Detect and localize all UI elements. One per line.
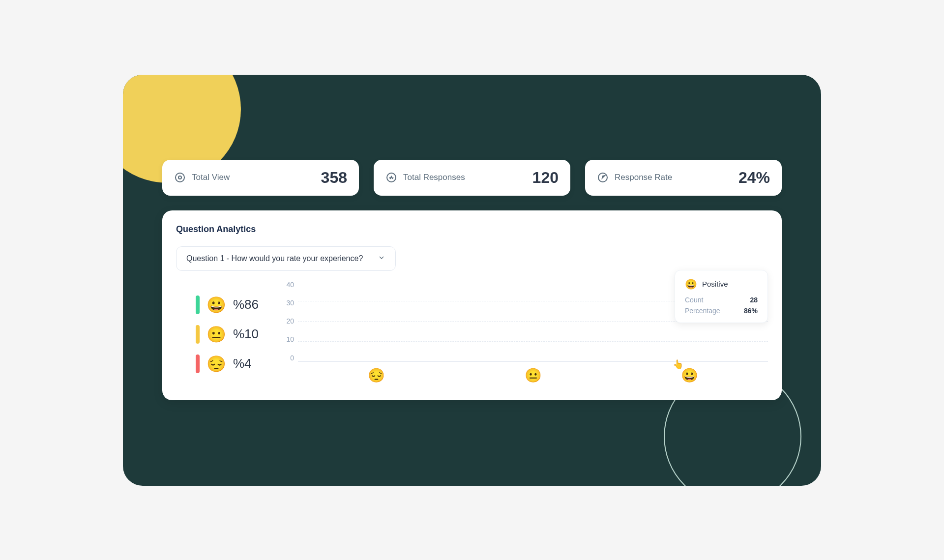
dashboard-canvas: Total View 358 Total Responses 120 [123, 75, 821, 486]
legend-item-neutral: 😐 %10 [196, 325, 259, 344]
stat-value: 120 [532, 169, 559, 187]
legend-pct: %86 [233, 297, 259, 312]
stat-left: Response Rate [597, 172, 672, 183]
chart-area: 😀 %86 😐 %10 😔 %4 [176, 281, 768, 386]
x-axis: 😔 😐 😀 [298, 364, 768, 386]
legend-pct: %4 [233, 356, 252, 371]
svg-point-1 [178, 176, 181, 179]
grinning-emoji-icon: 😀 [681, 367, 698, 383]
legend-swatch [196, 325, 200, 344]
stat-left: Total Responses [385, 172, 465, 183]
pulse-icon [385, 172, 397, 183]
y-axis: 40 30 20 10 0 [278, 281, 294, 362]
legend-swatch [196, 354, 200, 373]
stat-value: 358 [321, 169, 347, 187]
y-tick: 30 [278, 299, 294, 307]
grinning-emoji-icon: 😀 [685, 278, 697, 290]
stat-label: Total Responses [403, 173, 465, 182]
legend-swatch [196, 295, 200, 314]
question-dropdown[interactable]: Question 1 - How would you rate your exp… [176, 246, 396, 271]
tooltip-title: Positive [702, 280, 728, 288]
card-title: Question Analytics [176, 224, 768, 235]
legend-item-positive: 😀 %86 [196, 295, 259, 314]
stat-card-response-rate: Response Rate 24% [585, 160, 782, 196]
chart-tooltip: 😀 Positive Count 28 Percentage 86% [675, 270, 768, 323]
svg-point-0 [176, 173, 184, 182]
legend-pct: %10 [233, 326, 259, 342]
pensive-emoji-icon: 😔 [368, 367, 385, 383]
stat-card-total-responses: Total Responses 120 [374, 160, 570, 196]
stat-left: Total View [174, 172, 230, 183]
y-tick: 0 [278, 354, 294, 362]
analytics-card: Question Analytics Question 1 - How woul… [162, 210, 782, 400]
eye-icon [174, 172, 186, 183]
stat-cards-row: Total View 358 Total Responses 120 [162, 160, 782, 196]
neutral-emoji-icon: 😐 [206, 325, 226, 344]
tooltip-row-percentage: Percentage 86% [685, 307, 758, 315]
pensive-emoji-icon: 😔 [206, 354, 226, 373]
tooltip-label: Count [685, 296, 703, 304]
tooltip-row-count: Count 28 [685, 296, 758, 304]
neutral-emoji-icon: 😐 [525, 367, 542, 383]
stat-card-total-view: Total View 358 [162, 160, 359, 196]
content-area: Total View 358 Total Responses 120 [162, 160, 782, 400]
y-tick: 40 [278, 281, 294, 289]
chevron-down-icon [378, 254, 385, 264]
tooltip-header: 😀 Positive [685, 278, 758, 290]
grinning-emoji-icon: 😀 [206, 295, 226, 314]
bar-chart: 40 30 20 10 0 [278, 281, 768, 386]
question-selected-text: Question 1 - How would you rate your exp… [186, 254, 363, 263]
compass-icon [597, 172, 609, 183]
legend-item-negative: 😔 %4 [196, 354, 259, 373]
tooltip-value: 28 [750, 296, 758, 304]
stat-label: Response Rate [615, 173, 672, 182]
stat-label: Total View [192, 173, 230, 182]
stat-value: 24% [738, 169, 770, 187]
tooltip-value: 86% [744, 307, 758, 315]
y-tick: 20 [278, 317, 294, 325]
y-tick: 10 [278, 335, 294, 343]
legend: 😀 %86 😐 %10 😔 %4 [176, 281, 259, 386]
tooltip-label: Percentage [685, 307, 720, 315]
